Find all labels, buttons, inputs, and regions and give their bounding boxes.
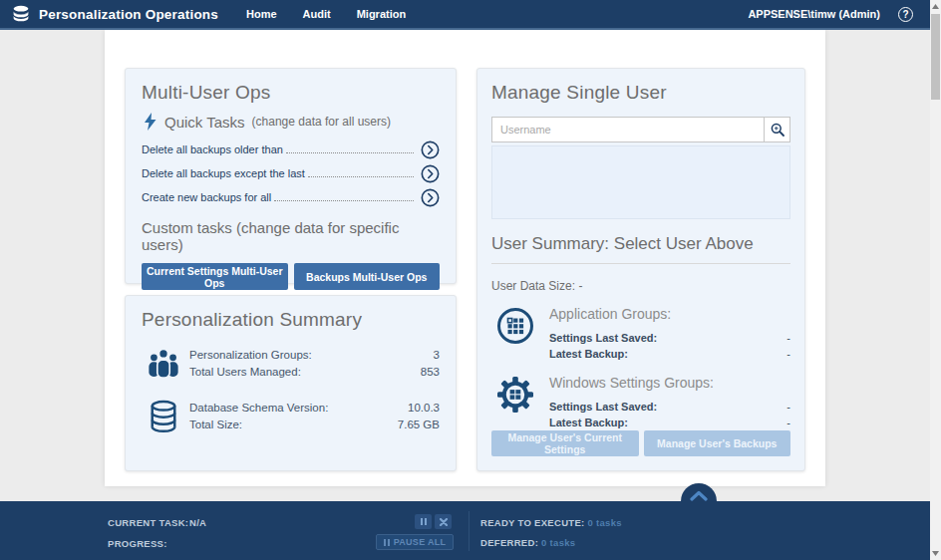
summary-label: Total Size: — [189, 417, 242, 433]
section-row: Settings Last Saved: - — [549, 399, 790, 415]
chevron-up-icon — [690, 490, 708, 501]
summary-label: Total Users Managed: — [189, 364, 301, 381]
backups-multi-user-ops-button[interactable]: Backups Multi-User Ops — [294, 263, 441, 290]
search-button[interactable] — [764, 117, 790, 142]
divider — [491, 263, 790, 264]
summary-row: Total Users Managed: 853 — [189, 364, 440, 381]
summary-row: Total Size: 7.65 GB — [189, 417, 440, 433]
quick-tasks-subtitle: (change data for all users) — [252, 115, 391, 129]
logged-in-user: APPSENSE\timw (Admin) — [748, 8, 880, 20]
current-task-value: N/A — [189, 517, 206, 528]
section-row: Settings Last Saved: - — [549, 330, 790, 346]
pause-all-label: PAUSE ALL — [394, 537, 447, 547]
dotted-leader — [286, 152, 414, 153]
run-task-chevron-right-circle-icon[interactable] — [421, 188, 440, 207]
summary-label: Personalization Groups: — [189, 347, 312, 364]
ready-to-execute-row: READY TO EXECUTE: 0 tasks — [480, 517, 622, 528]
summary-group-users: Personalization Groups: 3 Total Users Ma… — [142, 344, 440, 384]
summary-row: Database Schema Version: 10.0.3 — [189, 400, 440, 417]
row-value: - — [786, 346, 790, 362]
quick-tasks-title: Quick Tasks — [164, 114, 245, 131]
summary-row: Personalization Groups: 3 — [189, 347, 440, 364]
section-row: Latest Backup: - — [549, 415, 790, 430]
windows-settings-groups-title: Windows Settings Groups: — [549, 375, 790, 391]
user-data-size-value: - — [578, 279, 582, 293]
current-settings-multi-user-ops-button[interactable]: Current Settings Multi-User Ops — [142, 263, 288, 290]
manage-single-user-title: Manage Single User — [491, 82, 790, 104]
row-value: - — [786, 330, 790, 346]
help-icon[interactable]: ? — [898, 7, 913, 22]
multi-user-ops-panel: Multi-User Ops Quick Tasks (change data … — [125, 68, 457, 284]
dotted-leader — [308, 176, 414, 177]
row-value: - — [786, 415, 790, 430]
content-sheet: Multi-User Ops Quick Tasks (change data … — [105, 30, 825, 486]
vertical-scrollbar[interactable] — [930, 0, 941, 560]
personalization-summary-panel: Personalization Summary Personalization … — [125, 295, 457, 471]
task-row-delete-older-than[interactable]: Delete all backups older than — [142, 138, 440, 161]
pause-all-button[interactable]: PAUSE ALL — [376, 534, 454, 550]
windows-settings-icon — [495, 375, 535, 415]
manage-users-current-settings-button[interactable]: Manage User's Current Settings — [491, 430, 639, 456]
cancel-task-button[interactable] — [435, 514, 452, 529]
user-summary-title: User Summary: Select User Above — [491, 234, 790, 254]
search-icon — [770, 122, 785, 138]
task-label: Create new backups for all — [142, 191, 271, 203]
task-row-create-backups[interactable]: Create new backups for all — [142, 185, 440, 209]
task-label: Delete all backups older than — [142, 143, 283, 155]
personalization-summary-title: Personalization Summary — [142, 309, 440, 331]
manage-single-user-panel: Manage Single User User Summary: Select … — [476, 68, 805, 471]
ready-to-execute-value[interactable]: 0 tasks — [587, 517, 621, 528]
application-groups-section: Application Groups: Settings Last Saved:… — [491, 306, 790, 362]
app-logo-database-icon — [11, 5, 31, 23]
row-value: - — [786, 399, 790, 415]
status-bar: CURRENT TASK: N/A PROGRESS: PAUSE ALL RE… — [0, 501, 941, 560]
menu-item-migration[interactable]: Migration — [357, 8, 407, 20]
deferred-value[interactable]: 0 tasks — [541, 537, 575, 548]
database-icon — [146, 397, 181, 436]
scroll-down-icon[interactable] — [930, 547, 941, 560]
summary-value: 7.65 GB — [398, 417, 440, 433]
current-task-label: CURRENT TASK: — [108, 517, 188, 528]
menu-item-home[interactable]: Home — [246, 8, 277, 20]
username-input[interactable] — [491, 117, 764, 142]
windows-settings-groups-section: Windows Settings Groups: Settings Last S… — [491, 375, 790, 430]
divider — [469, 511, 470, 551]
pause-icon — [421, 518, 427, 525]
user-data-size-label: User Data Size: — [491, 279, 575, 293]
app-title: Personalization Operations — [39, 7, 218, 22]
row-label: Latest Backup: — [549, 346, 628, 362]
lightning-icon — [144, 113, 157, 131]
row-label: Latest Backup: — [549, 415, 628, 430]
progress-label: PROGRESS: — [108, 538, 167, 549]
application-groups-title: Application Groups: — [549, 306, 790, 322]
main-menu: Home Audit Migration — [246, 8, 406, 20]
run-task-chevron-right-circle-icon[interactable] — [421, 140, 440, 159]
section-row: Latest Backup: - — [549, 346, 790, 362]
top-navbar: Personalization Operations Home Audit Mi… — [0, 0, 941, 30]
pause-icon — [384, 539, 390, 546]
summary-value: 853 — [421, 364, 440, 381]
summary-value: 10.0.3 — [408, 400, 440, 417]
summary-group-database: Database Schema Version: 10.0.3 Total Si… — [142, 397, 440, 436]
task-label: Delete all backups except the last — [142, 167, 305, 179]
summary-label: Database Schema Version: — [189, 400, 328, 417]
pause-task-button[interactable] — [415, 514, 432, 529]
custom-tasks-title: Custom tasks (change data for specific u… — [142, 219, 440, 253]
summary-value: 3 — [434, 347, 440, 364]
deferred-label: DEFERRED: — [480, 537, 538, 548]
users-icon — [146, 344, 181, 384]
manage-users-backups-button[interactable]: Manage User's Backups — [644, 430, 791, 456]
menu-item-audit[interactable]: Audit — [303, 8, 331, 20]
application-groups-icon — [495, 306, 535, 346]
run-task-chevron-right-circle-icon[interactable] — [421, 164, 440, 183]
dotted-leader — [274, 200, 414, 201]
close-icon — [440, 518, 448, 526]
task-row-delete-except-last[interactable]: Delete all backups except the last — [142, 161, 440, 185]
scroll-up-icon[interactable] — [930, 0, 941, 13]
ready-to-execute-label: READY TO EXECUTE: — [480, 517, 585, 528]
row-label: Settings Last Saved: — [549, 330, 657, 346]
user-search-results-list[interactable] — [491, 145, 790, 219]
deferred-row: DEFERRED: 0 tasks — [480, 537, 575, 548]
scrollbar-thumb[interactable] — [931, 14, 940, 100]
multi-user-ops-title: Multi-User Ops — [142, 82, 440, 104]
